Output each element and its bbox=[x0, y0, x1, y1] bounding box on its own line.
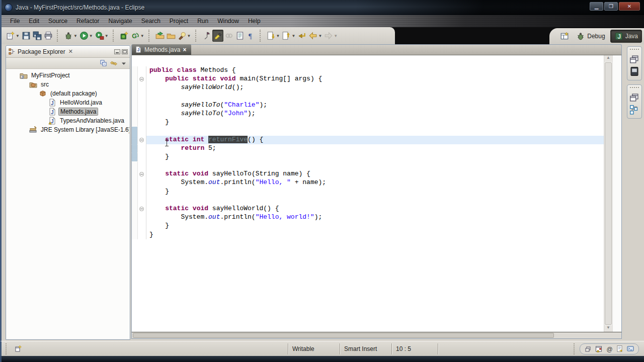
fast-view-button[interactable] bbox=[12, 343, 25, 354]
menu-help[interactable]: Help bbox=[244, 16, 265, 26]
toggle-highlight-button[interactable] bbox=[212, 30, 223, 42]
vertical-scroll-thumb[interactable] bbox=[605, 62, 612, 325]
menu-window[interactable]: Window bbox=[213, 16, 244, 26]
dropdown-arrow-icon[interactable]: ▼ bbox=[105, 34, 109, 38]
tree-item-methods-java[interactable]: JMethods.java bbox=[7, 107, 129, 116]
collapse-marker-icon[interactable] bbox=[139, 172, 144, 176]
tree-item-helloworld-java[interactable]: JHelloWorld.java bbox=[7, 98, 129, 107]
dropdown-arrow-icon[interactable]: ▼ bbox=[16, 34, 20, 38]
tree-item-default-package[interactable]: (default package) bbox=[7, 89, 129, 98]
perspective-debug-button[interactable]: Debug bbox=[572, 30, 609, 43]
code-line[interactable] bbox=[132, 196, 604, 205]
next-annotation-button[interactable]: ▼ bbox=[266, 30, 281, 42]
menu-project[interactable]: Project bbox=[165, 16, 193, 26]
restore-view-icon[interactable] bbox=[629, 92, 640, 103]
code-editor[interactable]: public class Methods { public static voi… bbox=[131, 55, 622, 332]
forward-button[interactable]: ▼ bbox=[323, 30, 339, 42]
code-line[interactable]: sayHelloWorld(); bbox=[132, 83, 604, 92]
dropdown-arrow-icon[interactable]: ▼ bbox=[187, 34, 191, 38]
code-line[interactable] bbox=[132, 127, 604, 135]
code-line[interactable]: } bbox=[132, 153, 604, 161]
stack-drag-handle[interactable] bbox=[630, 87, 639, 90]
show-whitespace-button[interactable]: ¶ bbox=[246, 30, 257, 42]
scroll-up-icon[interactable]: ▲ bbox=[604, 55, 612, 62]
code-line[interactable]: } bbox=[132, 118, 604, 127]
view-close-icon[interactable]: ✕ bbox=[68, 48, 73, 55]
minimize-button[interactable]: ▁ bbox=[590, 2, 603, 11]
last-edit-location-button[interactable] bbox=[296, 30, 307, 42]
restore-tray-icon[interactable] bbox=[584, 345, 592, 353]
folding-ruler[interactable] bbox=[138, 170, 146, 178]
dropdown-arrow-icon[interactable]: ▼ bbox=[140, 34, 144, 38]
run-button[interactable]: ▼ bbox=[78, 30, 94, 42]
task-list-icon[interactable] bbox=[629, 66, 640, 77]
code-line[interactable]: } bbox=[132, 231, 604, 239]
scroll-down-icon[interactable]: ▼ bbox=[604, 325, 612, 332]
outline-icon[interactable] bbox=[629, 104, 640, 115]
menu-navigate[interactable]: Navigate bbox=[104, 16, 136, 26]
folding-ruler[interactable] bbox=[138, 136, 146, 144]
collapse-marker-icon[interactable] bbox=[139, 77, 144, 81]
debug-button[interactable]: ▼ bbox=[63, 30, 78, 42]
dropdown-arrow-icon[interactable]: ▼ bbox=[318, 34, 322, 38]
print-button[interactable] bbox=[43, 30, 54, 42]
tree-item-myfirstproject[interactable]: JMyFirstProject bbox=[7, 71, 129, 80]
search-button[interactable]: ▼ bbox=[177, 30, 192, 42]
collapse-marker-icon[interactable] bbox=[139, 138, 144, 142]
new-wizard-button[interactable]: ▼ bbox=[5, 30, 21, 42]
menu-search[interactable]: Search bbox=[137, 16, 165, 26]
menu-file[interactable]: File bbox=[6, 16, 24, 26]
collapse-all-icon[interactable] bbox=[100, 59, 108, 67]
package-explorer-tab[interactable]: Package Explorer ✕ bbox=[6, 46, 130, 58]
dropdown-arrow-icon[interactable]: ▼ bbox=[73, 34, 77, 38]
code-line[interactable]: static int returnFive() { bbox=[132, 136, 604, 144]
view-menu-icon[interactable] bbox=[120, 59, 128, 67]
tree-item-typesandvariables-java[interactable]: JTypesAndVariables.java bbox=[7, 116, 129, 125]
menu-source[interactable]: Source bbox=[44, 16, 72, 26]
perspective-java-button[interactable]: JJava bbox=[610, 30, 642, 43]
restore-view-icon[interactable] bbox=[629, 54, 640, 65]
collapse-marker-icon[interactable] bbox=[139, 207, 144, 211]
mark-occurrences-button[interactable] bbox=[201, 30, 212, 42]
problems-icon[interactable] bbox=[595, 345, 603, 353]
view-maximize-icon[interactable] bbox=[122, 49, 128, 54]
dropdown-arrow-icon[interactable]: ▼ bbox=[276, 34, 280, 38]
folding-ruler[interactable] bbox=[138, 75, 146, 83]
view-minimize-icon[interactable] bbox=[114, 49, 120, 54]
tray-drag-handle[interactable] bbox=[574, 343, 578, 354]
save-button[interactable] bbox=[21, 30, 32, 42]
show-source-button[interactable] bbox=[234, 30, 246, 42]
console-icon[interactable] bbox=[626, 345, 634, 353]
link-with-editor-button[interactable] bbox=[223, 30, 234, 42]
code-line[interactable]: sayHelloTo("John"); bbox=[132, 110, 604, 118]
tab-close-icon[interactable]: × bbox=[183, 46, 186, 53]
code-line[interactable]: return 5; bbox=[132, 144, 604, 153]
open-type-button[interactable] bbox=[154, 30, 166, 42]
code-line[interactable]: static void sayHelloTo(String name) { bbox=[132, 170, 604, 178]
dropdown-arrow-icon[interactable]: ▼ bbox=[291, 34, 295, 38]
code-line[interactable] bbox=[132, 93, 604, 101]
dropdown-arrow-icon[interactable]: ▼ bbox=[334, 34, 338, 38]
back-button[interactable]: ▼ bbox=[307, 30, 323, 42]
code-line[interactable]: public static void main(String[] args) { bbox=[132, 75, 604, 83]
vertical-scrollbar[interactable]: ▲ ▼ bbox=[604, 55, 612, 332]
save-all-button[interactable] bbox=[32, 30, 43, 42]
declaration-icon[interactable] bbox=[616, 345, 624, 353]
code-line[interactable]: sayHelloTo("Charlie"); bbox=[132, 101, 604, 110]
open-perspective-icon[interactable] bbox=[560, 32, 569, 41]
code-line[interactable]: } bbox=[132, 222, 604, 230]
previous-annotation-button[interactable]: ▼ bbox=[281, 30, 296, 42]
code-line[interactable]: System.out.println("Hello, " + name); bbox=[132, 178, 604, 187]
stack-drag-handle[interactable] bbox=[630, 49, 639, 52]
menu-run[interactable]: Run bbox=[193, 16, 213, 26]
tree-item-jre-system-library-javase-1-6[interactable]: JRE System Library [JavaSE-1.6] bbox=[7, 125, 129, 134]
editor-tab-methods[interactable]: J Methods.java × bbox=[132, 44, 191, 55]
run-external-button[interactable]: ▼ bbox=[94, 30, 110, 42]
code-line[interactable]: } bbox=[132, 188, 604, 196]
code-line[interactable]: public class Methods { bbox=[132, 66, 604, 75]
menu-refactor[interactable]: Refactor bbox=[72, 16, 104, 26]
horizontal-scrollbar[interactable] bbox=[131, 332, 622, 339]
dropdown-arrow-icon[interactable]: ▼ bbox=[89, 34, 93, 38]
maximize-button[interactable]: ❐ bbox=[604, 2, 618, 11]
generate-javadoc-button[interactable]: G▼ bbox=[130, 30, 145, 42]
